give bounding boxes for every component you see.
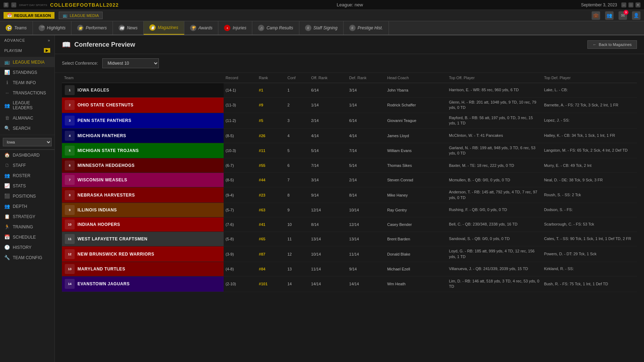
team-top-off-player-13: Lim, D. - RB: 146 att, 518 yds, 3 TD, 4 … [447,276,542,292]
team-coach-11: Donald Blake [385,246,447,262]
team-name-1: OHIO STATE CHESTNUTS [77,103,133,107]
sidebar-item-label-positions: POSITIONS [13,194,36,199]
sidebar-item-depth[interactable]: 👥 DEPTH [0,201,54,211]
team-top-def-player-3: Hatley, K. - CB: 34 Tck, 1 Sck, 1 Int, 1… [542,128,637,143]
table-row[interactable]: 7WISCONSIN WEASELS(8-5)#4473/142/14Steve… [62,173,637,187]
tab-camp-results[interactable]: ⚠ Camp Results [252,21,299,35]
tab-teams-label: Teams [14,25,27,30]
back-label: Back to Magazines [599,42,632,47]
team-conf-11: 12 [285,246,309,262]
team-record-11: (3-9) [224,246,257,262]
sidebar-item-dashboard[interactable]: 🏠 DASHBOARD [0,150,54,160]
team-top-off-player-8: Rushing, F. - QB: 0/0, 0 yds, 0 TD [447,203,542,217]
sidebar-item-roster[interactable]: 👥 ROSTER [0,170,54,181]
tab-news[interactable]: 📰 News [113,21,144,35]
back-nav-btn[interactable]: ← [11,2,16,7]
team-rank-3: #26 [257,128,286,143]
sidebar-item-search[interactable]: 🔍 SEARCH [0,123,54,133]
sidebar-item-staff[interactable]: 🗋 STAFF [0,160,54,170]
tab-injuries[interactable]: + Injuries [218,21,252,35]
table-row[interactable]: 14EVANSTOWN JAGUARS(2-10)#1011414/1414/1… [62,276,637,292]
table-row[interactable]: 2OHIO STATE CHESTNUTS(11-3)#921/141/14Ro… [62,98,637,113]
close-btn[interactable]: ✕ [636,2,640,7]
performers-tab-icon: ⭐ [77,25,84,31]
season-badge[interactable]: 📅 REGULAR SEASON [4,12,54,19]
team-name-3: MICHIGAN PANTHERS [77,133,126,138]
team-top-off-player-12: Villanueva, J. - QB: 241/339, 2039 yds, … [447,262,542,276]
col-header-topoffplayer: Top Off. Player [447,73,542,83]
people-icon-btn[interactable]: 👥 [605,11,614,20]
playsim-btn[interactable]: PLAY/SIM ▶ [0,45,54,56]
tab-camp-results-label: Camp Results [266,25,293,30]
team-record-4: (10-3) [224,143,257,158]
tab-awards[interactable]: 🏆 Awards [184,21,219,35]
table-row[interactable]: 11WEST LAFAYETTE CRAFTSMEN(5-8)#651113/1… [62,232,637,246]
sidebar-item-schedule[interactable]: 📅 SCHEDULE [0,232,54,242]
team-coach-3: James Lloyd [385,128,447,143]
user-icon-btn[interactable]: 👤 [632,11,640,20]
league-label: League: new [337,2,363,7]
team-name-4: MICHIGAN STATE TROJANS [77,148,139,153]
team-rank-5: #55 [257,158,286,173]
minimize-btn[interactable]: ─ [621,2,626,7]
tab-staff-signing[interactable]: # Staff Signing [299,21,344,35]
back-to-magazines-btn[interactable]: ← Back to Magazines [587,40,637,49]
team-name-2: PENN STATE PANTHERS [77,118,131,123]
team-offrank-11: 10/14 [309,246,347,262]
maximize-btn[interactable]: □ [628,2,633,7]
mail-icon-btn[interactable]: ✉ 9 [619,11,627,20]
team-top-def-player-11: Powers, D. - DT: 29 Tck, 1 Sck [542,246,637,262]
table-row[interactable]: 1IOWA EAGLES(14-1)#116/143/14John Ybarra… [62,83,637,98]
table-row[interactable]: 3PENN STATE PANTHERS(11-2)#532/146/14Gio… [62,113,637,128]
advance-btn[interactable]: ADVANCE » [0,35,54,45]
tab-prestige-hist[interactable]: # Prestige Hist. [344,21,389,35]
menu-btn[interactable]: ☰ [4,2,8,7]
staff-icon: 🗋 [4,163,10,168]
team-select-dropdown[interactable]: Iowa [3,138,52,146]
conference-dropdown[interactable]: Midwest 10 [102,58,159,68]
sidebar-item-standings[interactable]: 📊 STANDINGS [0,67,54,77]
league-media-badge[interactable]: 📺 LEAGUE MEDIA [59,12,103,19]
sidebar-item-stats[interactable]: 📈 STATS [0,181,54,191]
sidebar-item-training[interactable]: 🏃 TRAINING [0,222,54,232]
sidebar-item-league-leaders[interactable]: 👥 LEAGUE LEADERS [0,98,54,113]
sidebar-item-team-info[interactable]: ℹ TEAM INFO [0,77,54,88]
team-defrank-2: 6/14 [347,113,385,128]
content-area: 📖 Conference Preview ← Back to Magazines… [55,35,644,362]
sidebar-item-strategy[interactable]: 📋 STRATEGY [0,211,54,222]
top-right-icons: 💼 👥 ✉ 9 👤 [592,11,640,20]
sidebar-item-positions[interactable]: ⬛ POSITIONS [0,191,54,201]
table-row[interactable]: 12NEW BRUNSWICK RED WARRIORS(3-9)#871210… [62,246,637,262]
tab-performers[interactable]: ⭐ Performers [71,21,113,35]
sidebar-item-history[interactable]: 🕐 HISTORY [0,242,54,252]
dash-section: 🏠 DASHBOARD 🗋 STAFF 👥 ROSTER 📈 STATS ⬛ P… [0,149,54,263]
team-coach-7: Mike Haney [385,187,447,203]
table-row[interactable]: 13MARYLAND TURTLES(4-8)#841311/149/14Mic… [62,262,637,276]
season-label: REGULAR SEASON [14,13,51,18]
team-top-def-player-6: Neal, D. - DE: 38 Tck, 9 Sck, 3 FR [542,173,637,187]
team-name-10: WEST LAFAYETTE CRAFTSMEN [77,237,148,241]
table-row[interactable]: 5MICHIGAN STATE TROJANS(10-3)#1155/147/1… [62,143,637,158]
sidebar-item-league-media[interactable]: 📺 LEAGUE MEDIA [0,57,54,67]
conference-table: Team Record Rank Conf Off. Rank Def. Ran… [62,73,637,292]
team-rank-10: #65 [257,232,286,246]
calendar-icon: 📅 [7,13,12,18]
sidebar-item-team-config[interactable]: 🔧 TEAM CONFIG [0,252,54,263]
sidebar-item-transactions[interactable]: ↔ TRANSACTIONS [0,88,54,98]
sidebar-item-almanac[interactable]: 🗑 ALMANAC [0,113,54,123]
table-row[interactable]: 9ILLINOIS INDIANS(5-7)#63912/1410/14Ray … [62,203,637,217]
table-row[interactable]: 6MINNESOTA HEDGEHOGS(6-7)#5567/145/14Tho… [62,158,637,173]
team-defrank-1: 1/14 [347,98,385,113]
team-offrank-9: 8/14 [309,217,347,232]
schedule-icon: 📅 [4,234,10,240]
table-row[interactable]: 10INDIANA HOOPERS(7-6)#41108/1412/14Case… [62,217,637,232]
tab-teams[interactable]: ⚽ Teams [0,21,33,35]
tab-prestige-hist-label: Prestige Hist. [358,25,383,30]
team-coach-8: Ray Gentry [385,203,447,217]
table-row[interactable]: 8NEBRASKA HARVESTERS(9-4)#2389/148/14Mik… [62,187,637,203]
team-conf-8: 9 [285,203,309,217]
table-row[interactable]: 4MICHIGAN PANTHERS(8-5)#2644/144/14James… [62,128,637,143]
briefcase-icon-btn[interactable]: 💼 [592,11,600,20]
tab-highlights[interactable]: 🎬 Highlights [33,21,72,35]
tab-magazines[interactable]: 📋 Magazines [144,21,184,35]
